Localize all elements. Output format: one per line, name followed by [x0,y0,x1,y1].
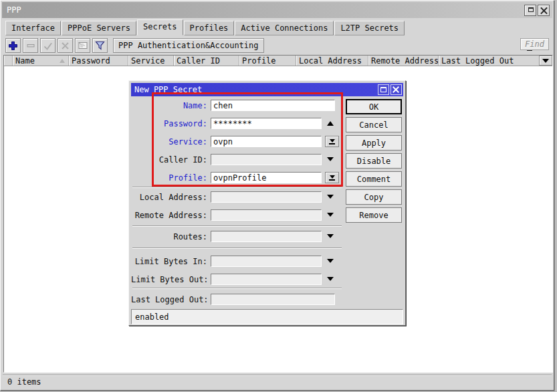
enable-button[interactable] [40,38,55,53]
caller-id-input[interactable] [211,154,322,165]
dialog-status: enabled [131,309,403,324]
dropdown-bar-icon [329,179,335,181]
service-dropdown-button[interactable] [325,136,339,147]
column-last-logged-out[interactable]: Last Logged Out [439,56,540,66]
filter-icon [94,40,106,51]
dialog-titlebar[interactable]: New PPP Secret [131,83,403,96]
service-input[interactable] [211,136,322,147]
expand-arrow-icon[interactable] [327,157,334,161]
profile-input[interactable] [211,172,322,183]
column-gutter[interactable] [4,56,13,66]
tab-profiles[interactable]: Profiles [184,21,235,35]
remote-address-label: Remote Address: [131,211,207,220]
sort-ascending-icon [60,59,65,63]
separator [132,187,342,188]
column-service[interactable]: Service [128,56,174,66]
dropdown-bar-icon [329,143,335,144]
column-name[interactable]: Name [13,56,69,66]
comment-button[interactable]: Comment [346,171,402,187]
column-remote-address[interactable]: Remote Address [368,56,439,66]
aaa-settings-button[interactable]: PPP Authentication&Accounting [113,38,264,53]
remove-button[interactable]: Remove [346,207,402,223]
close-button[interactable] [538,5,550,16]
expand-arrow-icon[interactable] [327,234,334,238]
toolbar: PPP Authentication&Accounting [5,37,264,54]
window-statusbar: 0 items [3,375,552,389]
dropdown-icon [330,139,335,142]
disable-button[interactable]: Disable [346,153,402,169]
close-icon [393,86,400,94]
minus-icon [26,41,35,50]
separator [132,288,342,289]
ppp-window: PPP Interface PPPoE Servers Secrets Prof… [0,0,554,391]
local-address-input[interactable] [211,191,322,203]
plus-icon [8,41,18,51]
tab-interface[interactable]: Interface [5,21,61,35]
password-input[interactable] [211,118,322,129]
separator [132,248,342,249]
find-button[interactable]: Find [520,38,549,50]
column-local-address[interactable]: Local Address [296,56,368,66]
window-title: PPP [7,5,21,15]
column-profile[interactable]: Profile [239,56,296,66]
limit-bytes-out-input[interactable] [211,274,322,285]
expand-arrow-icon[interactable] [327,277,334,281]
close-icon [540,7,548,14]
tab-active-connections[interactable]: Active Connections [235,21,334,35]
item-count: 0 items [7,377,41,387]
check-icon [43,41,53,51]
limit-bytes-out-label: Limit Bytes Out: [131,275,207,284]
table-header: Name Password Service Caller ID Profile … [4,56,552,66]
last-logged-out-label: Last Logged Out: [131,295,207,304]
window-titlebar[interactable]: PPP [2,2,552,18]
comment-button[interactable] [75,38,90,53]
filter-button[interactable] [92,38,108,53]
name-label: Name: [131,101,207,110]
dropdown-icon [330,175,335,179]
disable-button[interactable] [58,38,73,53]
dialog-restore-button[interactable] [378,84,389,95]
enabled-status-text: enabled [135,312,169,322]
remove-button[interactable] [23,38,38,53]
limit-bytes-in-input[interactable] [211,256,322,267]
profile-label: Profile: [131,173,207,183]
comment-icon [78,41,88,50]
copy-button[interactable]: Copy [346,189,402,205]
chevron-down-icon [542,59,549,63]
column-chooser-button[interactable] [539,56,552,66]
routes-input[interactable] [211,231,322,242]
tab-secrets[interactable]: Secrets [137,19,183,35]
dialog-title: New PPP Secret [134,85,202,94]
expand-arrow-icon[interactable] [327,213,334,217]
separator [132,225,342,227]
caller-id-label: Caller ID: [131,155,207,165]
profile-dropdown-button[interactable] [325,172,339,183]
tab-pppoe-servers[interactable]: PPPoE Servers [62,21,136,35]
service-label: Service: [131,137,207,146]
column-password[interactable]: Password [69,56,128,66]
apply-button[interactable]: Apply [346,135,402,151]
dialog-body: Name: Password: Service: Caller ID: Prof… [131,96,403,324]
last-logged-out-input[interactable] [211,294,335,305]
password-label: Password: [131,119,207,128]
column-caller-id[interactable]: Caller ID [174,56,239,66]
expand-arrow-icon[interactable] [327,259,334,263]
restore-icon [380,87,386,92]
cross-icon [60,41,70,51]
dialog-close-button[interactable] [391,84,402,95]
new-ppp-secret-dialog: New PPP Secret Name: Password: Service: [128,80,406,326]
restore-button[interactable] [524,5,536,16]
add-button[interactable] [5,38,21,53]
remote-address-input[interactable] [211,209,322,221]
collapse-arrow-icon[interactable] [327,121,334,126]
cancel-button[interactable]: Cancel [346,117,402,132]
name-input[interactable] [211,100,335,111]
restore-icon [527,7,534,13]
tab-bar: Interface PPPoE Servers Secrets Profiles… [5,19,405,35]
routes-label: Routes: [131,232,207,241]
expand-arrow-icon[interactable] [327,195,334,199]
local-address-label: Local Address: [131,193,207,202]
tab-l2tp-secrets[interactable]: L2TP Secrets [334,21,405,35]
ok-button[interactable]: OK [346,99,402,114]
limit-bytes-in-label: Limit Bytes In: [131,257,207,266]
